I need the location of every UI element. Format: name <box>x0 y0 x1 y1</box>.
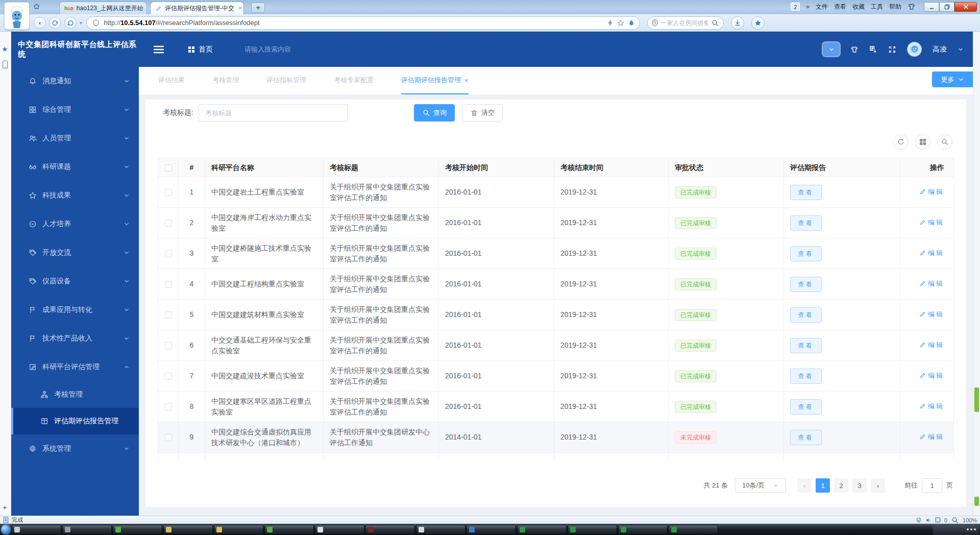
chevdown-icon[interactable] <box>124 278 130 284</box>
filter-title-input[interactable] <box>199 104 348 121</box>
security-shield-icon[interactable] <box>916 517 922 523</box>
restore-button[interactable] <box>939 2 954 12</box>
page-tab-评估指标管理[interactable]: 评估指标管理 <box>266 67 306 94</box>
chevdown-icon[interactable] <box>124 135 130 141</box>
browser-tab-hao123[interactable]: hao hao123_上网从这里开始 × <box>59 2 147 14</box>
sidebar-item-综合管理[interactable]: 综合管理 <box>11 95 139 124</box>
zoom-level[interactable]: 100% <box>963 517 977 523</box>
chevdown-icon[interactable] <box>124 307 130 313</box>
scrollbar-thumb[interactable] <box>974 387 979 412</box>
drop-icon[interactable] <box>628 19 634 27</box>
taskbar-window-button[interactable] <box>365 525 415 534</box>
compat-icon[interactable] <box>935 517 941 523</box>
view-report-button[interactable]: 查看 <box>790 338 822 353</box>
chevdown-icon[interactable] <box>124 107 130 113</box>
view-report-button[interactable]: 查看 <box>790 430 822 445</box>
sidebar-item-系统管理[interactable]: 系统管理 <box>11 434 139 463</box>
download-button[interactable] <box>731 16 744 30</box>
favorites-star-icon[interactable]: ★ <box>2 45 8 53</box>
favorites-button[interactable] <box>751 16 765 30</box>
view-report-button[interactable]: 查看 <box>790 369 822 384</box>
chevdown-icon[interactable] <box>124 446 130 452</box>
browser-search-input[interactable] <box>661 19 708 27</box>
edit-link[interactable]: 编辑 <box>919 370 944 381</box>
bookmark-star-icon[interactable] <box>617 19 624 27</box>
scrollbar-thumb-secondary[interactable] <box>974 497 979 506</box>
taskbar-window-button[interactable] <box>12 525 61 534</box>
page-tab-考核专家配置[interactable]: 考核专家配置 <box>334 67 374 94</box>
row-checkbox[interactable] <box>165 189 172 196</box>
more-button[interactable]: 更多 <box>932 71 973 87</box>
fullscreen-icon[interactable] <box>888 45 896 54</box>
language-icon[interactable] <box>869 45 877 54</box>
username[interactable]: 高凌 <box>933 45 947 54</box>
zoom-icon[interactable] <box>951 516 959 524</box>
taskbar-window-button[interactable] <box>517 525 567 534</box>
chevup-icon[interactable] <box>124 364 130 370</box>
sidebar-item-考核管理[interactable]: 考核管理 <box>11 381 139 408</box>
view-report-button[interactable]: 查看 <box>790 246 822 261</box>
page-scrollbar[interactable] <box>973 32 980 516</box>
sidebar-item-人才培养[interactable]: 人才培养 <box>11 210 139 238</box>
select-all-checkbox[interactable] <box>165 164 172 172</box>
edit-link[interactable]: 编辑 <box>919 186 944 197</box>
sidebar-item-评估期评估报告管理[interactable]: 评估期评估报告管理 <box>11 408 139 434</box>
sidebar-item-人员管理[interactable]: 人员管理 <box>11 124 139 153</box>
sidebar-item-科研课题[interactable]: 科研课题 <box>11 153 139 181</box>
nav-home[interactable]: 首页 <box>188 45 213 54</box>
tab-overflow-icon[interactable]: » <box>806 3 810 10</box>
edit-link[interactable]: 编辑 <box>919 431 944 442</box>
page-button-2[interactable]: 2 <box>834 478 848 493</box>
clear-button[interactable]: 清空 <box>462 104 503 121</box>
row-checkbox[interactable] <box>165 281 172 288</box>
next-page-button[interactable]: › <box>871 478 885 493</box>
nav-dropdown-icon[interactable]: ▾ <box>80 20 82 26</box>
table-row[interactable]: 4中国交建工程结构重点实验室关于组织开展中交集团重点实验室评估工作的通知2016… <box>158 269 954 300</box>
page-size-select[interactable]: 10条/页 <box>735 478 786 493</box>
edit-link[interactable]: 编辑 <box>919 339 944 350</box>
table-row[interactable]: 9中国交建综合交通虚拟仿真应用技术研发中心（港口和城市）关于组织开展中交集团研发… <box>158 422 954 453</box>
avatar[interactable] <box>907 42 922 57</box>
menu-view[interactable]: 查看 <box>834 3 846 11</box>
taskbar-window-button[interactable] <box>618 525 668 534</box>
mobile-icon[interactable] <box>2 60 8 69</box>
taskbar-window-button[interactable] <box>669 525 718 534</box>
goto-page-input[interactable] <box>922 478 942 493</box>
taskbar-window-button[interactable] <box>62 525 112 534</box>
menu-tools[interactable]: 工具 <box>871 3 883 11</box>
table-search-button[interactable] <box>937 134 952 150</box>
skin-icon[interactable] <box>908 3 916 11</box>
edit-link[interactable]: 编辑 <box>919 217 944 228</box>
menu-file[interactable]: 文件 <box>816 3 828 11</box>
edit-link[interactable]: 编辑 <box>919 248 944 258</box>
table-row[interactable]: 2中国交建海岸工程水动力重点实验室关于组织开展中交集团重点实验室评估工作的通知2… <box>158 208 954 238</box>
search-icon[interactable] <box>711 19 719 27</box>
collapse-menu-icon[interactable] <box>153 45 164 54</box>
add-icon[interactable]: + <box>3 503 7 512</box>
chevdown-icon[interactable] <box>124 78 130 84</box>
user-menu-chevron-icon[interactable] <box>958 46 964 53</box>
forward-button[interactable] <box>49 17 61 29</box>
row-checkbox[interactable] <box>165 342 172 349</box>
taskbar-window-button[interactable] <box>416 525 465 534</box>
page-button-3[interactable]: 3 <box>852 478 867 493</box>
view-report-button[interactable]: 查看 <box>790 277 822 292</box>
browser-search-box[interactable]: S <box>647 16 724 30</box>
row-checkbox[interactable] <box>165 403 172 410</box>
speaker-icon[interactable] <box>925 517 932 523</box>
chevdown-icon[interactable] <box>124 164 130 170</box>
view-report-button[interactable]: 查看 <box>790 307 822 323</box>
url-field[interactable]: http://10.5.54.107/#/researchPlatform/as… <box>86 16 640 30</box>
table-row[interactable]: 1中国交建岩土工程重点实验室关于组织开展中交集团重点实验室评估工作的通知2016… <box>158 177 954 208</box>
row-checkbox[interactable] <box>165 311 172 319</box>
site-shield-icon[interactable] <box>92 19 100 27</box>
sidebar-item-技术性产品收入[interactable]: 技术性产品收入 <box>11 324 139 353</box>
browser-tab-active[interactable]: 评估期评估报告管理-中交 × <box>150 2 244 14</box>
chevdown-icon[interactable] <box>124 192 130 199</box>
table-row[interactable]: 7中国交建疏浚技术重点实验室关于组织开展中交集团重点实验室评估工作的通知2016… <box>158 361 954 392</box>
minimize-button[interactable] <box>924 2 939 12</box>
page-tab-评估期评估报告管理[interactable]: 评估期评估报告管理× <box>401 67 469 94</box>
app-search-input[interactable] <box>244 45 336 53</box>
sidebar-item-消息通知[interactable]: 消息通知 <box>11 67 139 95</box>
taskbar-window-button[interactable] <box>113 525 162 534</box>
